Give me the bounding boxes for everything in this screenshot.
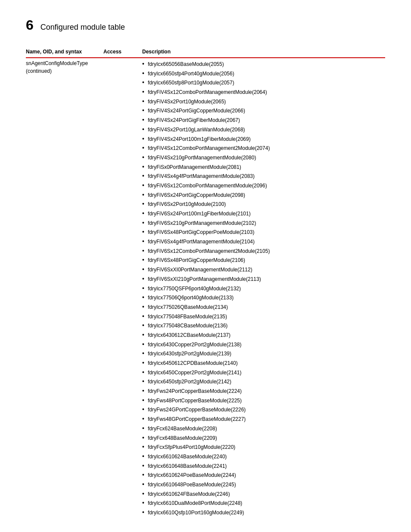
list-item: fdryFiV6Sx12ComboPortManagement2Module(2… xyxy=(142,246,382,256)
list-item: fdryIcx6650sfp8Port10gModule(2057) xyxy=(142,78,382,87)
list-item: fdryFiV4Sx210gPortManagementModule(2080) xyxy=(142,153,382,162)
col-header-name: Name, OID, and syntax xyxy=(26,46,103,58)
list-item: fdryFiV4Sx2Port10gModule(2065) xyxy=(142,97,382,106)
list-item: fdryIcx6650sfp4Port40gModule(2056) xyxy=(142,69,382,78)
list-item: fdryIcx775048FBaseModule(2135) xyxy=(142,312,382,321)
list-item: fdryFiV6Sx48PortGigCopperModule(2106) xyxy=(142,255,382,265)
col-header-access: Access xyxy=(103,46,142,58)
table-row: snAgentConfigModuleType (continued)fdryI… xyxy=(26,58,385,519)
list-item: fdryIcx6610624BaseModule(2240) xyxy=(142,452,382,461)
main-table: Name, OID, and syntax Access Description… xyxy=(26,46,385,519)
cell-name: snAgentConfigModuleType (continued) xyxy=(26,58,103,519)
list-item: fdryFws48PortCopperBaseModule(2225) xyxy=(142,396,382,405)
list-item: fdryFiV6Sx24PortGigCopperModule(2098) xyxy=(142,190,382,200)
list-item: fdryFiV4Sx24PortGigFiberModule(2067) xyxy=(142,115,382,125)
list-item: fdryFiV6Sx2Port10gModule(2100) xyxy=(142,199,382,209)
list-item: fdryIcx6430Copper2Port2gModule(2138) xyxy=(142,340,382,349)
list-item: fdryIcx6450612CPDBaseModule(2140) xyxy=(142,358,382,368)
list-item: fdryFiV6Sx48PortGigCopperPoeModule(2103) xyxy=(142,227,382,237)
description-list: fdryIcx665056BaseModule(2055)fdryIcx6650… xyxy=(142,59,382,517)
list-item: fdryIcx6450Copper2Port2gModule(2141) xyxy=(142,368,382,377)
list-item: fdryFiV6Sx4g4fPortManagementModule(2104) xyxy=(142,237,382,246)
col-header-description: Description xyxy=(142,46,385,58)
list-item: fdryIcx6450sfp2Port2gModule(2142) xyxy=(142,377,382,386)
list-item: fdryIcx6610Qsfp10Port160gModule(2249) xyxy=(142,508,382,517)
list-item: fdryIcx6610648BaseModule(2241) xyxy=(142,461,382,471)
list-item: fdryIcx775048CBaseModule(2136) xyxy=(142,321,382,330)
list-item: fdryFiV6Sx210gPortManagementModule(2102) xyxy=(142,218,382,228)
list-item: fdryIcx6610648PoeBaseModule(2245) xyxy=(142,480,382,489)
list-item: fdryFiV4Sx24Port100m1gFiberModule(2069) xyxy=(142,134,382,144)
list-item: fdryFws48GPortCopperBaseModule(2227) xyxy=(142,414,382,424)
page: 6 Configured module table Name, OID, and… xyxy=(0,0,411,532)
list-item: fdryFiV4Sx24PortGigCopperModule(2066) xyxy=(142,106,382,115)
list-item: fdryFiV4Sx4g4fPortManagementModule(2083) xyxy=(142,171,382,181)
list-item: fdryFiV6SxXI210gPortManagementModule(211… xyxy=(142,274,382,284)
list-item: fdryFiV6SxXI0PortManagementModule(2112) xyxy=(142,265,382,274)
list-item: fdryIcx7750QSFP6port40gModule(2132) xyxy=(142,284,382,293)
list-item: fdryFcx624BaseModule(2208) xyxy=(142,424,382,433)
list-item: fdryFws24PortCopperBaseModule(2224) xyxy=(142,386,382,396)
table-header-row: Name, OID, and syntax Access Description xyxy=(26,46,385,58)
list-item: fdryIcx6610624PoeBaseModule(2244) xyxy=(142,470,382,480)
list-item: fdryFiV6Sx12ComboPortManagementModule(20… xyxy=(142,181,382,190)
page-header: 6 Configured module table xyxy=(26,17,385,33)
list-item: fdryFiSx0PortManagementModule(2081) xyxy=(142,162,382,172)
cell-description: fdryIcx665056BaseModule(2055)fdryIcx6650… xyxy=(142,58,385,519)
list-item: fdryIcx665056BaseModule(2055) xyxy=(142,59,382,69)
list-item: fdryIcx775026QBaseModule(2134) xyxy=(142,302,382,312)
list-item: fdryIcx6610DualMode8PortModule(2248) xyxy=(142,498,382,508)
list-item: fdryFcxSfpPlus4Port10gModule(2220) xyxy=(142,442,382,452)
chapter-number: 6 xyxy=(26,17,34,33)
list-item: fdryFiV4Sx2Port10gLanWanModule(2068) xyxy=(142,125,382,134)
list-item: fdryFws24GPortCopperBaseModule(2226) xyxy=(142,405,382,414)
chapter-title: Configured module table xyxy=(40,23,125,32)
list-item: fdryIcx6430612CBaseModule(2137) xyxy=(142,330,382,340)
cell-access xyxy=(103,58,142,519)
list-item: fdryFiV4Sx12ComboPortManagementModule(20… xyxy=(142,87,382,97)
list-item: fdryIcx77506Q6port40gModule(2133) xyxy=(142,293,382,302)
list-item: fdryIcx6430sfp2Port2gModule(2139) xyxy=(142,349,382,358)
list-item: fdryFiV6Sx24Port100m1gFiberModule(2101) xyxy=(142,209,382,218)
list-item: fdryFiV4Sx12ComboPortManagement2Module(2… xyxy=(142,143,382,153)
list-item: fdryFcx648BaseModule(2209) xyxy=(142,433,382,443)
list-item: fdryIcx6610624FBaseModule(2246) xyxy=(142,489,382,499)
